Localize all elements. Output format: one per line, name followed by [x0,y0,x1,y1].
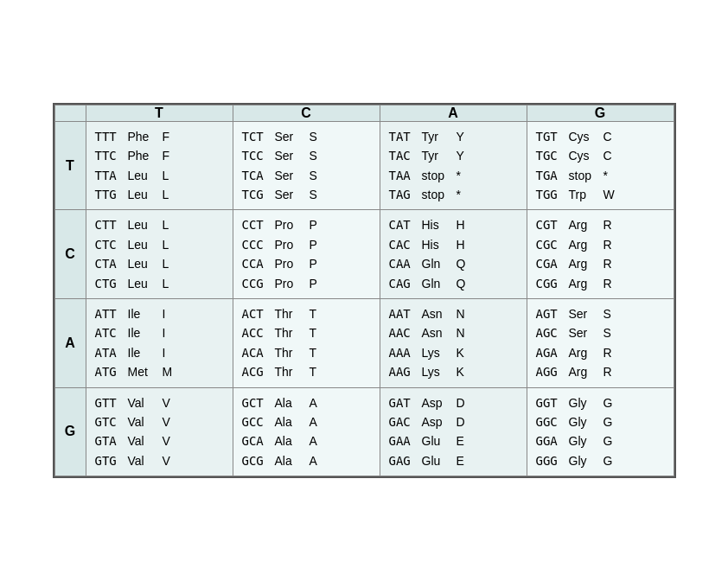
codon-nt: ACC [242,323,275,342]
codon-aa-short: K [457,343,472,362]
row-header-A: A [54,299,86,388]
codon-entry: ACTThrT [242,304,371,323]
col-header-T: T [86,105,233,121]
codon-entry: GTAValV [95,431,224,450]
codon-aa-short: H [457,215,472,234]
codon-aa-short: C [603,146,619,165]
codon-aa-long: Arg [569,274,603,293]
codon-block-C-T: CTTLeuLCTCLeuLCTALeuLCTGLeuL [86,210,233,299]
codon-aa-short: G [603,431,619,450]
codon-aa-long: Leu [128,166,163,185]
codon-aa-long: Leu [128,235,163,254]
codon-nt: AAT [389,304,422,323]
codon-nt: TAA [389,166,422,185]
codon-aa-long: Pro [275,274,310,293]
codon-nt: GCG [242,451,275,470]
col-header-C: C [233,105,380,121]
codon-nt: GGA [536,431,569,450]
codon-entry: TGCCysC [536,146,665,165]
codon-aa-short: R [603,362,619,381]
codon-aa-long: stop [569,166,603,185]
codon-aa-long: Ile [128,304,163,323]
codon-block-C-C: CCTProPCCCProPCCAProPCCGProP [233,210,380,299]
codon-entry: TTTPheF [95,127,224,146]
codon-aa-long: stop [422,185,457,204]
codon-aa-long: Trp [569,185,603,204]
codon-entry: AACAsnN [389,323,518,342]
codon-aa-short: A [310,393,325,412]
codon-aa-short: C [603,127,619,146]
codon-nt: CGA [536,254,569,273]
codon-entry: GTCValV [95,412,224,431]
codon-nt: CCG [242,274,275,293]
codon-aa-short: S [310,127,325,146]
codon-aa-long: stop [422,166,457,185]
codon-entry: GTTValV [95,393,224,412]
codon-aa-short: T [310,304,325,323]
codon-aa-long: Arg [569,343,603,362]
col-header-G: G [527,105,674,121]
codon-entry: AAALysK [389,343,518,362]
codon-nt: GCC [242,412,275,431]
codon-nt: TGG [536,185,569,204]
codon-aa-long: Phe [128,127,163,146]
codon-block-G-A: GATAspDGACAspDGAAGluEGAGGluE [380,387,527,476]
codon-entry: TGAstop* [536,166,665,185]
codon-entry: CCCProP [242,235,371,254]
codon-nt: TTC [95,146,128,165]
codon-aa-long: Pro [275,215,310,234]
codon-aa-long: Gly [569,431,603,450]
codon-entry: TAAstop* [389,166,518,185]
codon-aa-short: N [457,323,472,342]
codon-entry: CCTProP [242,215,371,234]
codon-nt: CCA [242,254,275,273]
codon-nt: TCT [242,127,275,146]
codon-aa-short: I [163,323,178,342]
codon-aa-long: Arg [569,215,603,234]
codon-aa-short: R [603,254,619,273]
codon-nt: ACA [242,343,275,362]
codon-block-A-T: ATTIleIATCIleIATAIleIATGMetM [86,299,233,388]
codon-entry: GGTGlyG [536,393,665,412]
codon-entry: GGAGlyG [536,431,665,450]
codon-aa-long: Thr [275,304,310,323]
codon-nt: CAG [389,274,422,293]
codon-aa-short: G [603,451,619,470]
codon-aa-long: Met [128,362,163,381]
codon-entry: GCAAlaA [242,431,371,450]
codon-aa-short: Q [457,274,472,293]
codon-entry: CTCLeuL [95,235,224,254]
codon-entry: GCTAlaA [242,393,371,412]
codon-entry: GACAspD [389,412,518,431]
codon-entry: TAGstop* [389,185,518,204]
codon-block-A-G: AGTSerSAGCSerSAGAArgRAGGArgR [527,299,674,388]
codon-aa-short: V [163,431,178,450]
codon-aa-short: S [310,185,325,204]
codon-nt: CAT [389,215,422,234]
codon-entry: TCCSerS [242,146,371,165]
codon-nt: GGC [536,412,569,431]
row-T: TTTTPheFTTCPheFTTALeuLTTGLeuLTCTSerSTCCS… [54,121,674,210]
codon-aa-short: G [603,412,619,431]
codon-aa-long: Ser [275,146,310,165]
codon-aa-long: Lys [422,343,457,362]
codon-block-T-T: TTTPheFTTCPheFTTALeuLTTGLeuL [86,121,233,210]
codon-entry: ATGMetM [95,362,224,381]
codon-aa-short: * [457,185,472,204]
codon-aa-short: R [603,235,619,254]
codon-entry: ATCIleI [95,323,224,342]
codon-nt: GTA [95,431,128,450]
codon-aa-long: His [422,235,457,254]
codon-entry: TGGTrpW [536,185,665,204]
codon-aa-short: L [163,185,178,204]
codon-aa-short: W [603,185,619,204]
codon-entry: GAAGluE [389,431,518,450]
codon-nt: CGC [536,235,569,254]
codon-entry: AGGArgR [536,362,665,381]
codon-block-G-T: GTTValVGTCValVGTAValVGTGValV [86,387,233,476]
codon-entry: CATHisH [389,215,518,234]
codon-entry: AGTSerS [536,304,665,323]
codon-entry: CTALeuL [95,254,224,273]
codon-entry: GAGGluE [389,451,518,470]
codon-aa-short: L [163,215,178,234]
